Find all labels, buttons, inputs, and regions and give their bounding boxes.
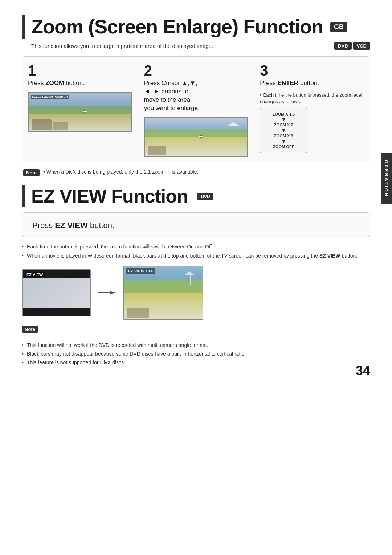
ez-dvd-badge: DVD — [197, 193, 213, 200]
ez-screen2-label: EZ VIEW OFF — [126, 268, 155, 274]
bottom-bullet-3: This feature is not supported for DivX d… — [22, 359, 370, 366]
bottom-note-badge: Note — [22, 326, 38, 333]
ez-screen2: EZ VIEW OFF — [123, 266, 203, 320]
step-2-screen — [144, 117, 248, 157]
chairs-decor — [32, 119, 52, 130]
ez-screen1-content — [23, 278, 90, 308]
bottom-bullet-2: Black bars may not disappear because som… — [22, 350, 370, 358]
vcd-badge: VCD — [353, 42, 370, 50]
ez-title-accent — [22, 185, 25, 207]
step-2-number: 2 — [144, 63, 248, 78]
zoom-section-header: Zoom (Screen Enlarge) Function GB — [22, 15, 370, 39]
step-1-bold: ZOOM — [45, 80, 64, 86]
ez-screens-row: EZ VIEW EZ VIEW OFF — [22, 266, 370, 320]
ez-umbrella-pole — [190, 275, 191, 285]
step-1-number: 1 — [28, 63, 132, 78]
ez-screen1: EZ VIEW — [22, 269, 91, 316]
step-3-text: Press ENTER button. — [260, 79, 364, 88]
ez-view-bold: EZ VIEW — [55, 221, 87, 230]
step-3-box: 3 Press ENTER button. • Each time the bu… — [254, 57, 370, 162]
zoom-chart-note: • Each time the button is pressed, the z… — [260, 92, 364, 105]
note-row: Note • When a DivX disc is being played,… — [22, 169, 370, 176]
page-number: 34 — [356, 363, 370, 378]
subtitle-row: This function allows you to enlarge a pa… — [22, 42, 370, 50]
ez-screen1-wrapper: EZ VIEW — [22, 269, 91, 316]
ez-chairs-decor — [127, 308, 149, 318]
crosshair-1 — [82, 109, 88, 115]
ez-view-bold-inline: EZ VIEW — [319, 253, 340, 259]
gb-badge: GB — [330, 22, 347, 32]
zoom-arrow-3: ▼ — [281, 139, 286, 144]
zoom-level-3: ZOOM X 3 — [274, 133, 293, 139]
bottom-bullet-1: This function will not work if the DVD i… — [22, 341, 370, 349]
chairs-decor3 — [148, 146, 166, 155]
zoom-level-off: ZOOM OFF — [273, 144, 294, 150]
svg-marker-1 — [110, 291, 116, 295]
ez-screen1-label: EZ VIEW — [25, 272, 45, 277]
step-3-number: 3 — [260, 63, 364, 78]
note-badge: Note — [23, 169, 40, 176]
step-3-bold: ENTER — [278, 80, 299, 86]
dvd-badge: DVD — [334, 42, 351, 50]
umbrella-pole-decor — [234, 126, 234, 137]
select-zoom-label: SELECT ZOOM POSITION — [31, 95, 69, 99]
umbrella-decor — [227, 122, 240, 126]
bottom-note-area: Note — [22, 326, 370, 337]
step-2-box: 2 Press Cursor ▲,▼,◄, ► buttons tomove t… — [138, 57, 254, 162]
zoom-arrow-2: ▼ — [281, 128, 286, 133]
connector-arrow — [98, 289, 116, 296]
ez-umbrella — [184, 271, 195, 275]
title-accent-bar — [22, 15, 25, 39]
zoom-level-1: ZOOM X 1.5 — [272, 111, 295, 117]
ez-view-bullets: Each time the button is pressed, the zoo… — [22, 243, 370, 260]
ez-view-instruction: Press EZ VIEW button. — [32, 221, 360, 230]
chairs-decor2 — [53, 122, 68, 130]
step-2-text: Press Cursor ▲,▼,◄, ► buttons tomove to … — [144, 79, 248, 113]
zoom-level-2: ZOOM X 2 — [274, 122, 293, 128]
crosshair-2 — [198, 134, 204, 140]
bottom-bullets: This function will not work if the DVD i… — [22, 341, 370, 366]
format-badges: DVD VCD — [334, 42, 370, 50]
connector — [98, 289, 116, 296]
zoom-subtitle: This function allows you to enlarge a pa… — [31, 43, 213, 49]
step-1-text: Press ZOOM button. — [28, 79, 132, 88]
step-1-box: 1 Press ZOOM button. SELECT ZOOM POSITIO… — [22, 57, 138, 162]
operation-sidebar-tab: OPERATION — [381, 153, 392, 204]
ez-screen2-wrapper: EZ VIEW OFF — [123, 266, 203, 320]
ez-view-title: EZ VIEW Function DVD — [31, 185, 213, 207]
ez-bullet-1: Each time the button is pressed, the zoo… — [22, 243, 370, 251]
steps-row: 1 Press ZOOM button. SELECT ZOOM POSITIO… — [22, 56, 370, 162]
step-1-screen: SELECT ZOOM POSITION — [28, 92, 132, 132]
zoom-section-title: Zoom (Screen Enlarge) Function — [31, 16, 323, 37]
zoom-chart: ZOOM X 1.5 ▼ ZOOM X 2 ▼ ZOOM X 3 ▼ ZOOM … — [260, 108, 307, 153]
note-text: • When a DivX disc is being played, only… — [43, 169, 198, 175]
ez-view-instruction-box: Press EZ VIEW button. — [22, 212, 370, 237]
ez-bullet-2: When a movie is played in Widescreen for… — [22, 252, 370, 260]
ez-view-section-header: EZ VIEW Function DVD — [22, 185, 370, 207]
zoom-arrow-1: ▼ — [281, 117, 286, 122]
